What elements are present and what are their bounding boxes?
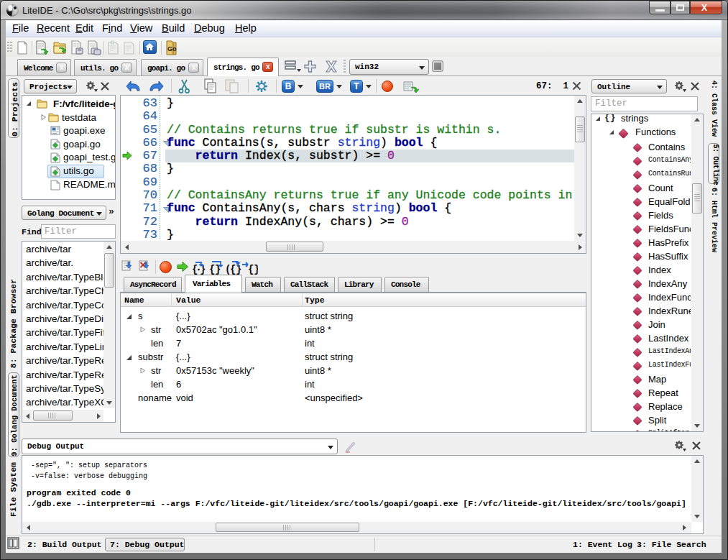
svg-text:Go: Go <box>167 45 177 52</box>
svg-text:}: } <box>236 264 241 275</box>
svg-text:{: { <box>192 264 198 275</box>
svg-text:}: } <box>254 264 258 275</box>
